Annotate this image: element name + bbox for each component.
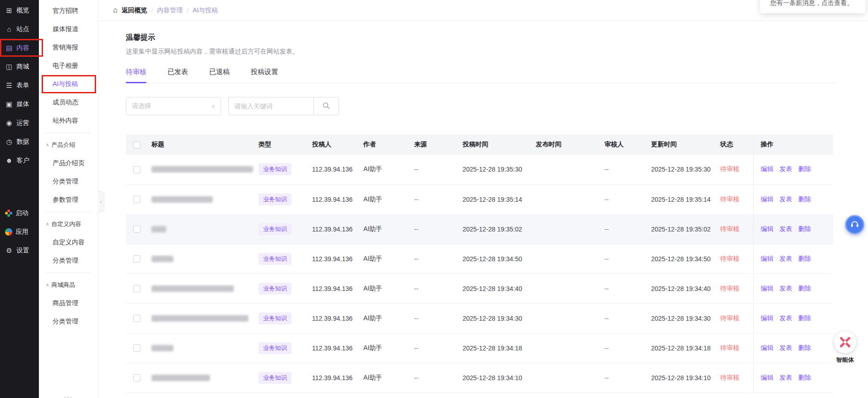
edit-link[interactable]: 编辑 [761, 225, 774, 232]
sidebar-item-customers[interactable]: ☻客户 [0, 151, 39, 170]
sidebar-item-marketing-posters[interactable]: 营销海报 [39, 38, 98, 57]
delete-link[interactable]: 删除 [798, 255, 811, 262]
sidebar-item-site[interactable]: ⌂站点 [0, 20, 39, 38]
tab-bar: 待审核已发表已退稿投稿设置 [126, 68, 836, 83]
publish-link[interactable]: 发表 [780, 314, 793, 322]
search-button[interactable] [313, 97, 339, 115]
cell-submitter: 112.39.94.136 [308, 244, 360, 274]
row-checkbox[interactable] [133, 285, 140, 292]
cell-actions: 编辑发表删除 [753, 333, 833, 363]
sidebar-item-ai-submissions[interactable]: AI与投稿 [39, 75, 98, 93]
tab-published[interactable]: 已发表 [167, 68, 188, 83]
keyword-input[interactable] [228, 97, 313, 115]
operations-icon: ◉ [5, 119, 13, 126]
sidebar-item-goods-category-mgmt[interactable]: 分类管理 [39, 312, 98, 331]
table-row: 业务知识112.39.94.136AI助手--2025-12-28 19:34:… [126, 303, 833, 333]
row-checkbox[interactable] [133, 374, 140, 382]
breadcrumb-item-ai-submissions[interactable]: AI与投稿 [193, 6, 218, 15]
sidebar-item-forms[interactable]: ☰表单 [0, 76, 39, 95]
sidebar-group-custom-content[interactable]: ∧自定义内容 [39, 215, 98, 233]
cell-publish-time [532, 274, 601, 303]
agent-widget[interactable]: 智能体 [832, 331, 858, 364]
select-all-checkbox[interactable] [133, 141, 140, 149]
sidebar-item-operations[interactable]: ◉运营 [0, 113, 39, 132]
sidebar-item-mall[interactable]: ◫商城 [0, 57, 39, 76]
tab-rejected[interactable]: 已退稿 [209, 68, 230, 83]
app-root: ⊞概览⌂站点▤内容◫商城☰表单▣媒体◉运营◷数据☻客户 启动应用⚙设置 官方招聘… [0, 0, 868, 398]
sidebar-collapse-handle[interactable]: ‹ [98, 191, 104, 212]
cell-title [148, 274, 255, 303]
edit-link[interactable]: 编辑 [761, 165, 774, 172]
sidebar-overflow-indicator[interactable]: ... [39, 392, 98, 398]
breadcrumb-item-content-mgmt[interactable]: 内容管理 [157, 6, 183, 15]
publish-link[interactable]: 发表 [780, 225, 793, 232]
sidebar-item-data[interactable]: ◷数据 [0, 132, 39, 151]
column-header-status: 状态 [717, 134, 753, 155]
sidebar-item-product-category-mgmt[interactable]: 分类管理 [39, 172, 98, 191]
delete-link[interactable]: 删除 [798, 165, 811, 172]
sidebar-item-custom-category-mgmt[interactable]: 分类管理 [39, 252, 98, 270]
cell-status: 待审核 [717, 333, 753, 363]
row-checkbox[interactable] [133, 196, 140, 203]
cell-update-time: 2025-12-28 19:34:18 [647, 333, 717, 363]
column-header-publish-time: 发布时间 [532, 134, 601, 155]
edit-link[interactable]: 编辑 [761, 374, 774, 381]
edit-link[interactable]: 编辑 [761, 195, 774, 203]
sidebar-item-media[interactable]: ▣媒体 [0, 95, 39, 113]
edit-link[interactable]: 编辑 [761, 344, 774, 351]
sidebar-item-external-content[interactable]: 站外内容 [39, 112, 98, 130]
sidebar-item-custom-content-item[interactable]: 自定义内容 [39, 233, 98, 252]
sidebar-group-mall-goods[interactable]: ∧商城商品 [39, 276, 98, 294]
sidebar-item-content[interactable]: ▤内容 [0, 38, 39, 57]
sidebar-item-apps[interactable]: 应用 [0, 222, 39, 241]
sidebar-item-overview[interactable]: ⊞概览 [0, 1, 39, 20]
publish-link[interactable]: 发表 [780, 374, 793, 381]
row-checkbox[interactable] [133, 315, 140, 322]
row-checkbox[interactable] [133, 255, 140, 263]
sidebar-item-param-mgmt[interactable]: 参数管理 [39, 191, 98, 209]
row-checkbox[interactable] [133, 344, 140, 352]
publish-link[interactable]: 发表 [780, 255, 793, 262]
publish-link[interactable]: 发表 [780, 195, 793, 203]
sidebar-item-media-reports[interactable]: 媒体报道 [39, 20, 98, 38]
column-header-submit-time: 投稿时间 [459, 134, 532, 155]
type-badge: 业务知识 [259, 253, 291, 265]
delete-link[interactable]: 删除 [798, 195, 811, 203]
cell-actions: 编辑发表删除 [753, 155, 833, 184]
tab-pending[interactable]: 待审核 [126, 68, 146, 83]
cell-status: 待审核 [717, 303, 753, 333]
tab-submission-settings[interactable]: 投稿设置 [251, 68, 278, 83]
edit-link[interactable]: 编辑 [761, 255, 774, 262]
type-select[interactable]: 请选择 ∨ [126, 97, 221, 115]
delete-link[interactable]: 删除 [798, 285, 811, 292]
redacted-title [151, 285, 234, 292]
breadcrumb: ⌂ 返回概览 / 内容管理 / AI与投稿 [98, 0, 868, 21]
cell-submit-time: 2025-12-28 19:35:14 [459, 184, 532, 214]
home-icon: ⌂ [113, 6, 118, 14]
sidebar-item-goods-mgmt[interactable]: 商品管理 [39, 294, 98, 312]
publish-link[interactable]: 发表 [780, 285, 793, 292]
delete-link[interactable]: 删除 [798, 225, 811, 232]
delete-link[interactable]: 删除 [798, 314, 811, 322]
breadcrumb-back-link[interactable]: 返回概览 [122, 6, 147, 15]
sidebar-item-settings[interactable]: ⚙设置 [0, 241, 39, 260]
notification-toast[interactable]: 您有一条新消息，点击查看。 [760, 0, 865, 13]
row-checkbox[interactable] [133, 226, 140, 233]
sidebar-item-official-recruit[interactable]: 官方招聘 [39, 2, 98, 20]
sidebar-item-member-news[interactable]: 成员动态 [39, 93, 98, 112]
edit-link[interactable]: 编辑 [761, 285, 774, 292]
customer-service-bubble[interactable] [845, 215, 864, 234]
edit-link[interactable]: 编辑 [761, 314, 774, 322]
delete-link[interactable]: 删除 [798, 374, 811, 381]
sidebar-item-launch[interactable]: 启动 [0, 204, 39, 222]
sidebar-item-e-albums[interactable]: 电子相册 [39, 57, 98, 75]
publish-link[interactable]: 发表 [780, 165, 793, 172]
cell-source: -- [410, 274, 459, 303]
delete-link[interactable]: 删除 [798, 344, 811, 351]
publish-link[interactable]: 发表 [780, 344, 793, 351]
row-checkbox[interactable] [133, 166, 140, 173]
sidebar-item-label: 概览 [16, 6, 29, 15]
sidebar-group-label: 产品介绍 [51, 141, 75, 149]
sidebar-item-product-intro-page[interactable]: 产品介绍页 [39, 154, 98, 172]
sidebar-group-product-intro[interactable]: ∧产品介绍 [39, 136, 98, 154]
